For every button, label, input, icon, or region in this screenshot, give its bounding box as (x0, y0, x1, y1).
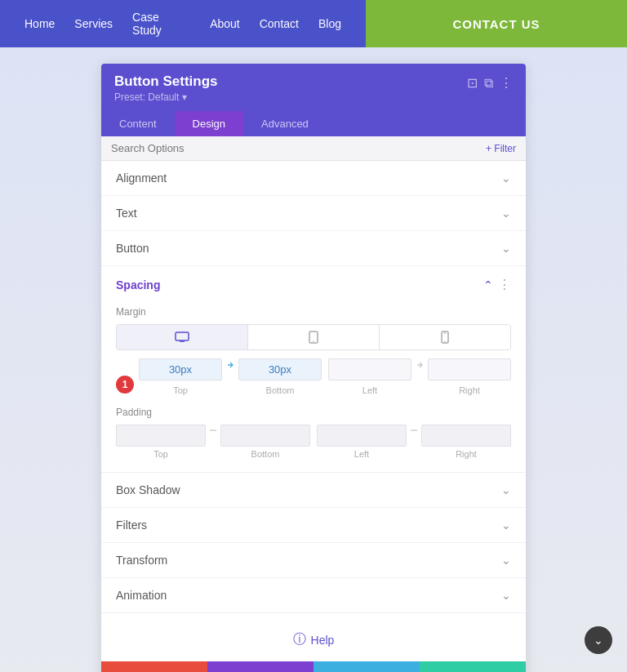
transform-title: Transform (116, 554, 167, 567)
margin-field-labels: Top Bottom Left Right (139, 385, 511, 395)
panel-header-icons: ⊡ ⧉ ⋮ (467, 75, 513, 91)
panel-title-block: Button Settings Preset: Default ▾ (114, 73, 218, 103)
section-animation: Animation ⌄ (101, 578, 526, 613)
tab-design[interactable]: Design (175, 111, 243, 136)
filter-button[interactable]: + Filter (486, 143, 516, 154)
margin-bottom-wrap (238, 358, 322, 385)
margin-right-input[interactable] (428, 358, 511, 381)
save-button[interactable]: ✓ (420, 661, 526, 672)
nav-home[interactable]: Home (24, 17, 55, 30)
svg-rect-0 (176, 332, 189, 340)
search-bar: + Filter (101, 136, 526, 161)
margin-left-input[interactable] (328, 358, 411, 381)
padding-left-input[interactable] (317, 425, 407, 447)
svg-point-7 (444, 340, 446, 342)
padding-top-input[interactable] (116, 425, 206, 447)
spacing-content: Margin 1 (101, 303, 526, 472)
margin-top-wrap (139, 358, 222, 385)
button-settings-panel: Button Settings Preset: Default ▾ ⊡ ⧉ ⋮ … (101, 64, 526, 672)
nav-blog[interactable]: Blog (318, 17, 341, 30)
animation-title: Animation (116, 589, 167, 602)
box-shadow-chevron: ⌄ (501, 483, 511, 496)
box-shadow-title: Box Shadow (116, 483, 180, 496)
spacing-title: Spacing (116, 278, 160, 291)
padding-bottom-wrap (220, 425, 310, 449)
spacing-header[interactable]: Spacing ⌃ ⋮ (101, 266, 526, 303)
text-header[interactable]: Text ⌄ (101, 196, 526, 230)
button-chevron: ⌄ (501, 242, 511, 255)
padding-right-input[interactable] (421, 425, 511, 447)
padding-bottom-input[interactable] (220, 425, 310, 447)
alignment-header[interactable]: Alignment ⌄ (101, 161, 526, 195)
tab-content[interactable]: Content (101, 111, 175, 136)
spacing-more-icon[interactable]: ⋮ (498, 277, 511, 292)
padding-top-label: Top (116, 449, 206, 459)
help-row: ⓘ Help (101, 613, 526, 661)
help-icon: ⓘ (293, 631, 306, 648)
margin-right-label: Right (428, 385, 511, 395)
panel-icon-layout[interactable]: ⧉ (484, 76, 493, 91)
link-left-right-icon[interactable] (411, 358, 428, 374)
padding-top-wrap (116, 425, 206, 449)
box-shadow-header[interactable]: Box Shadow ⌄ (101, 473, 526, 507)
transform-chevron: ⌄ (501, 554, 511, 567)
link-top-bottom-icon[interactable] (222, 358, 238, 374)
margin-inputs: Top Bottom Left Right (139, 358, 511, 395)
button-header[interactable]: Button ⌄ (101, 231, 526, 265)
panel-tabs: Content Design Advanced (101, 111, 526, 136)
section-spacing: Spacing ⌃ ⋮ Margin (101, 266, 526, 473)
nav-links: Home Servies Case Study About Contact Bl… (0, 11, 366, 37)
margin-top-bottom-row (139, 358, 511, 385)
text-chevron: ⌄ (501, 207, 511, 220)
device-tab-desktop[interactable] (117, 325, 248, 349)
device-tab-mobile[interactable] (380, 325, 510, 349)
transform-header[interactable]: Transform ⌄ (101, 543, 526, 577)
filters-title: Filters (116, 518, 147, 532)
scroll-to-bottom-button[interactable]: ⌄ (585, 626, 612, 654)
margin-bottom-label: Bottom (238, 385, 322, 395)
margin-label: Margin (116, 306, 511, 318)
panel-icon-more[interactable]: ⋮ (500, 75, 513, 91)
tab-advanced[interactable]: Advanced (243, 111, 327, 136)
margin-inputs-row: 1 (116, 358, 511, 395)
nav-services[interactable]: Servies (74, 17, 113, 30)
padding-link-1-icon[interactable] (206, 425, 220, 438)
badge-number: 1 (116, 376, 134, 394)
contact-us-button[interactable]: CONTACT US (366, 0, 627, 47)
redo-button[interactable]: ↻ (314, 661, 420, 672)
panel-icon-screen[interactable]: ⊡ (467, 75, 478, 91)
undo-button[interactable]: ↺ (207, 661, 314, 672)
margin-right-wrap (428, 358, 511, 385)
margin-bottom-input[interactable] (238, 358, 322, 381)
animation-chevron: ⌄ (501, 589, 511, 602)
padding-bottom-label: Bottom (220, 449, 310, 459)
help-text[interactable]: Help (311, 634, 335, 647)
section-button: Button ⌄ (101, 231, 526, 266)
section-box-shadow: Box Shadow ⌄ (101, 473, 526, 508)
nav-contact[interactable]: Contact (260, 17, 299, 30)
spacing-actions: ⌃ ⋮ (483, 277, 511, 292)
padding-left-wrap (317, 425, 407, 449)
button-title: Button (116, 242, 149, 255)
padding-link-2-icon[interactable] (407, 425, 421, 438)
bottom-bar: ✕ ↺ ↻ ✓ (101, 661, 526, 672)
nav-case-study[interactable]: Case Study (132, 11, 190, 37)
cancel-button[interactable]: ✕ (101, 661, 207, 672)
panel-header: Button Settings Preset: Default ▾ ⊡ ⧉ ⋮ (101, 64, 526, 111)
animation-header[interactable]: Animation ⌄ (101, 578, 526, 612)
panel-title: Button Settings (114, 73, 218, 90)
panel-preset[interactable]: Preset: Default ▾ (114, 91, 218, 103)
padding-field-labels: Top Bottom Left Right (116, 449, 511, 459)
svg-point-4 (313, 340, 314, 342)
section-text: Text ⌄ (101, 196, 526, 231)
search-input[interactable] (111, 142, 486, 154)
spacing-collapse-icon[interactable]: ⌃ (483, 278, 493, 291)
device-tab-tablet[interactable] (248, 325, 380, 349)
nav-bar: Home Servies Case Study About Contact Bl… (0, 0, 627, 47)
margin-top-input[interactable] (139, 358, 222, 381)
nav-about[interactable]: About (210, 17, 240, 30)
filters-header[interactable]: Filters ⌄ (101, 508, 526, 542)
main-area: Button Settings Preset: Default ▾ ⊡ ⧉ ⋮ … (0, 47, 627, 672)
margin-left-wrap (328, 358, 411, 385)
padding-right-wrap (421, 425, 511, 449)
